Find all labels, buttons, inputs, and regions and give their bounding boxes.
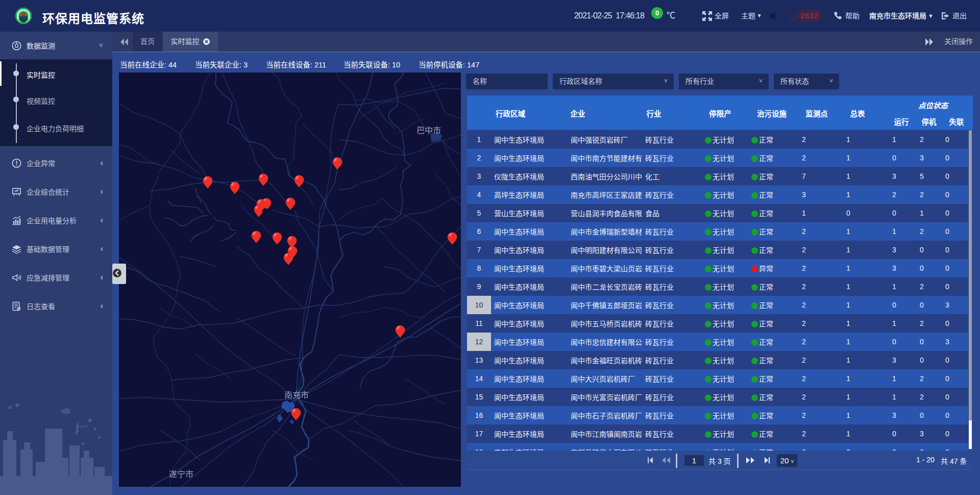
svg-text:遂宁市: 遂宁市 bbox=[169, 470, 193, 479]
svg-text:南充市: 南充市 bbox=[284, 391, 309, 399]
svg-text:巴中市: 巴中市 bbox=[416, 126, 441, 135]
